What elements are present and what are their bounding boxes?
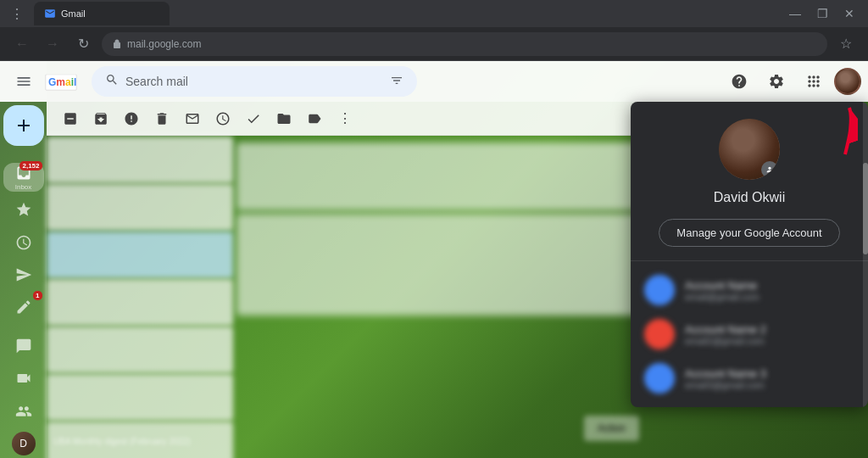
url-bar[interactable]: mail.google.com	[102, 32, 827, 56]
account-list-info-3: Account Name 3 email3@gmail.com	[685, 367, 854, 390]
search-placeholder: Search mail	[125, 75, 383, 88]
label-button[interactable]	[301, 105, 328, 132]
move-to-button[interactable]	[270, 105, 298, 132]
manage-account-button[interactable]: Manage your Google Account	[659, 219, 839, 247]
lock-icon	[112, 39, 122, 49]
gmail-secondary-toolbar: ⋮	[47, 102, 656, 136]
user-avatar-button[interactable]	[834, 68, 861, 95]
svg-text:Gmail: Gmail	[48, 76, 76, 88]
compose-area	[3, 105, 44, 153]
account-panel-header: David Okwii Manage your Google Account	[631, 102, 868, 261]
url-text: mail.google.com	[127, 38, 817, 50]
gmail-logo-icon: Gmail	[44, 70, 78, 93]
email-list: UBA Monthly digest (February 2022)	[47, 136, 233, 458]
chrome-right-icons: ☆	[834, 32, 858, 56]
account-list-name-1: Account Name	[685, 279, 854, 292]
account-list-email-1: email@gmail.com	[685, 292, 854, 302]
account-list-email-3: email3@gmail.com	[685, 380, 854, 390]
chrome-tab-gmail[interactable]: Gmail	[34, 2, 170, 25]
account-list-info-1: Account Name email@gmail.com	[685, 279, 854, 302]
email-preview-card-2[interactable]	[236, 214, 653, 316]
archive-button[interactable]	[87, 105, 114, 132]
gmail-sidebar: 2,152 Inbox	[0, 61, 47, 458]
minimize-button[interactable]: —	[783, 5, 807, 22]
back-button[interactable]: ←	[10, 32, 34, 56]
report-spam-button[interactable]	[118, 105, 145, 132]
more-actions-button[interactable]: ⋮	[331, 105, 359, 132]
sidebar-item-drafts[interactable]: 1	[3, 293, 44, 321]
sidebar-item-contacts[interactable]	[3, 397, 44, 426]
sidebar-item-starred[interactable]	[3, 195, 44, 224]
sidebar-item-meet[interactable]	[3, 364, 44, 393]
account-list-avatar-1	[644, 275, 675, 305]
email-action-btn[interactable]: Action	[584, 416, 639, 441]
bookmark-button[interactable]: ☆	[834, 32, 858, 56]
account-list-email-2: email2@gmail.com	[685, 336, 854, 346]
snooze-button[interactable]	[209, 105, 236, 132]
sidebar-item-inbox[interactable]: 2,152 Inbox	[3, 163, 44, 192]
email-item-5[interactable]	[47, 327, 233, 373]
search-icon	[105, 73, 119, 90]
account-panel: David Okwii Manage your Google Account A…	[631, 102, 868, 407]
sidebar-item-snoozed[interactable]	[3, 227, 44, 256]
select-checkbox-button[interactable]	[57, 105, 84, 132]
email-item-1[interactable]	[47, 137, 233, 183]
apps-button[interactable]	[797, 64, 831, 98]
email-preview-area: Action	[233, 136, 656, 458]
account-panel-list: Account Name email@gmail.com Account Nam…	[631, 261, 868, 407]
account-list-avatar-3	[644, 363, 675, 394]
chrome-tab-title: Gmail	[61, 8, 86, 19]
chrome-tabs-area: ⋮ Gmail	[7, 2, 783, 25]
delete-button[interactable]	[148, 105, 175, 132]
account-list-name-3: Account Name 3	[685, 367, 854, 380]
close-button[interactable]: ✕	[837, 5, 861, 22]
gmail-logo: Gmail	[44, 70, 78, 93]
sidebar-item-user[interactable]: D	[3, 429, 44, 458]
chrome-titlebar: ⋮ Gmail — ❐ ✕	[0, 0, 868, 27]
help-button[interactable]	[722, 64, 756, 98]
browser-frame: ⋮ Gmail — ❐ ✕ ← → ↻ mail.google.com	[0, 0, 868, 458]
email-item-4[interactable]	[47, 279, 233, 326]
mark-unread-button[interactable]	[179, 105, 206, 132]
avatar-edit-button[interactable]	[761, 161, 778, 178]
account-avatar-large[interactable]	[719, 119, 780, 180]
footer-text: UBA Monthly digest (February 2022)	[53, 437, 191, 446]
account-list-name-2: Account Name 2	[685, 323, 854, 336]
sidebar-inbox-label: Inbox	[15, 183, 32, 191]
sidebar-item-sent[interactable]	[3, 260, 44, 289]
settings-button[interactable]	[760, 64, 793, 98]
forward-button[interactable]: →	[41, 32, 64, 56]
account-list-item-2[interactable]: Account Name 2 email2@gmail.com	[631, 312, 868, 356]
gmail-content: Gmail Search mail	[0, 61, 868, 458]
panel-scrollbar-thumb	[863, 163, 868, 254]
footer-text-area: UBA Monthly digest (February 2022)	[47, 429, 233, 451]
search-filter-icon[interactable]	[390, 74, 403, 90]
account-list-item-1[interactable]: Account Name email@gmail.com	[631, 268, 868, 312]
gmail-top-icons	[722, 64, 861, 98]
email-item-2[interactable]	[47, 184, 233, 231]
compose-button[interactable]	[3, 105, 44, 146]
chrome-window-controls: — ❐ ✕	[783, 5, 861, 22]
chrome-addressbar: ← → ↻ mail.google.com ☆	[0, 27, 868, 61]
hamburger-menu[interactable]	[7, 64, 41, 98]
account-list-avatar-2	[644, 319, 675, 349]
account-list-info-2: Account Name 2 email2@gmail.com	[685, 323, 854, 346]
panel-scrollbar[interactable]	[863, 102, 868, 407]
account-list-item-3[interactable]: Account Name 3 email3@gmail.com	[631, 356, 868, 400]
sidebar-item-chat[interactable]	[3, 332, 44, 360]
gmail-toolbar: Gmail Search mail	[0, 61, 868, 102]
account-name: David Okwii	[714, 190, 785, 205]
unread-count-badge: 2,152	[19, 161, 42, 170]
email-item-6[interactable]	[47, 374, 233, 421]
email-preview-card-1[interactable]	[236, 142, 653, 210]
mark-done-button[interactable]	[240, 105, 267, 132]
restore-button[interactable]: ❐	[810, 5, 834, 22]
gmail-favicon	[44, 8, 56, 20]
reload-button[interactable]: ↻	[71, 32, 95, 56]
gmail-search-bar[interactable]: Search mail	[92, 66, 417, 97]
chrome-more-button[interactable]: ⋮	[7, 3, 27, 24]
email-item-3[interactable]	[47, 232, 233, 278]
drafts-badge: 1	[33, 291, 42, 300]
